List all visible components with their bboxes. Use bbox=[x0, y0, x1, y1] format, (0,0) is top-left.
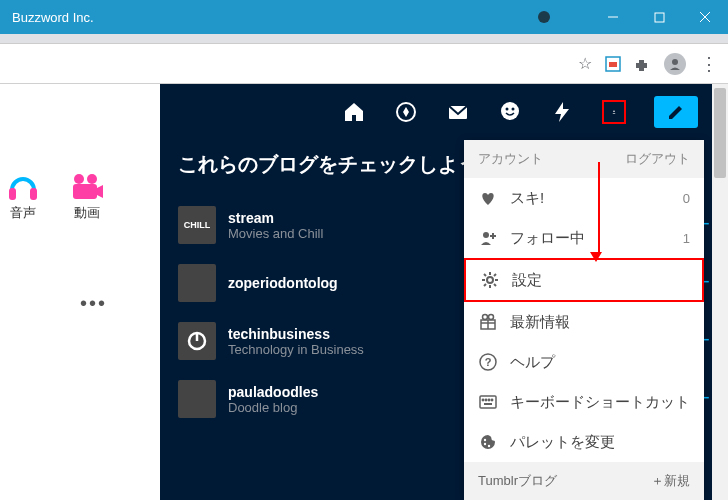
main-column: これらのブログをチェックしよう CHILL stream Movies and … bbox=[160, 84, 728, 500]
svg-point-16 bbox=[501, 102, 519, 120]
window-controls bbox=[538, 0, 728, 34]
blog-thumbnail[interactable] bbox=[178, 322, 216, 360]
browser-tabstrip bbox=[0, 34, 728, 44]
account-dropdown: アカウント ログアウト スキ! 0 フォロー中 1 設定 最新情報 bbox=[464, 140, 704, 500]
following-count: 1 bbox=[683, 231, 690, 246]
dropdown-item-label: 設定 bbox=[512, 271, 542, 290]
messaging-smile-icon[interactable] bbox=[498, 100, 522, 124]
dropdown-item-label: パレットを変更 bbox=[510, 433, 615, 452]
post-type-video-label: 動画 bbox=[74, 204, 100, 222]
blog-thumbnail[interactable]: CHILL bbox=[178, 206, 216, 244]
dropdown-footer: Tumblrブログ ＋新規 bbox=[464, 462, 704, 500]
dropdown-item-whatsnew[interactable]: 最新情報 bbox=[464, 302, 704, 342]
close-button[interactable] bbox=[682, 0, 728, 34]
svg-point-49 bbox=[484, 443, 486, 445]
video-camera-icon bbox=[70, 170, 104, 204]
dropdown-item-label: ヘルプ bbox=[510, 353, 555, 372]
page-content: 音声 動画 ••• これらのブログをチェックしよう CHILL stream M… bbox=[0, 84, 728, 500]
extensions-puzzle-icon[interactable] bbox=[634, 55, 652, 73]
svg-rect-7 bbox=[9, 188, 16, 200]
svg-point-44 bbox=[485, 399, 486, 400]
palette-icon bbox=[478, 432, 498, 452]
dropdown-item-label: フォロー中 bbox=[510, 229, 585, 248]
browser-toolbar: ☆ ⋮ bbox=[0, 44, 728, 84]
svg-marker-12 bbox=[97, 185, 103, 198]
dropdown-item-label: 最新情報 bbox=[510, 313, 570, 332]
compose-button[interactable] bbox=[654, 96, 698, 128]
svg-line-34 bbox=[494, 274, 496, 276]
minimize-button[interactable] bbox=[590, 0, 636, 34]
svg-marker-14 bbox=[403, 107, 409, 117]
bookmark-star-icon[interactable]: ☆ bbox=[578, 54, 592, 73]
svg-rect-42 bbox=[480, 396, 496, 408]
svg-rect-1 bbox=[655, 13, 664, 22]
dropdown-item-shortcuts[interactable]: キーボードショートカット bbox=[464, 382, 704, 422]
dropdown-header: アカウント ログアウト bbox=[464, 140, 704, 178]
dropdown-item-settings[interactable]: 設定 bbox=[464, 258, 704, 302]
svg-point-6 bbox=[672, 59, 678, 65]
dropdown-item-label: キーボードショートカット bbox=[510, 393, 690, 412]
svg-line-32 bbox=[494, 284, 496, 286]
svg-point-43 bbox=[482, 399, 483, 400]
svg-rect-5 bbox=[609, 62, 617, 67]
svg-line-33 bbox=[484, 284, 486, 286]
gear-icon bbox=[480, 270, 500, 290]
dropdown-account-label: アカウント bbox=[478, 150, 543, 168]
svg-line-31 bbox=[484, 274, 486, 276]
svg-rect-8 bbox=[30, 188, 37, 200]
headphones-icon bbox=[6, 170, 40, 204]
svg-point-48 bbox=[484, 439, 486, 441]
svg-point-23 bbox=[483, 232, 489, 238]
svg-marker-19 bbox=[555, 102, 569, 122]
browser-menu-icon[interactable]: ⋮ bbox=[698, 53, 720, 75]
window-titlebar: Buzzword Inc. bbox=[0, 0, 728, 34]
post-type-video[interactable]: 動画 bbox=[70, 170, 104, 222]
svg-point-38 bbox=[483, 315, 488, 320]
scrollbar-thumb[interactable] bbox=[714, 88, 726, 178]
left-sidebar: 音声 動画 ••• bbox=[0, 84, 160, 500]
window-title: Buzzword Inc. bbox=[0, 10, 94, 25]
svg-point-46 bbox=[491, 399, 492, 400]
profile-indicator-icon bbox=[538, 11, 550, 23]
explore-compass-icon[interactable] bbox=[394, 100, 418, 124]
dropdown-item-help[interactable]: ? ヘルプ bbox=[464, 342, 704, 382]
blog-thumbnail[interactable] bbox=[178, 264, 216, 302]
post-type-row: 音声 動画 bbox=[0, 170, 160, 222]
home-icon[interactable] bbox=[342, 100, 366, 124]
browser-profile-icon[interactable] bbox=[664, 53, 686, 75]
blog-thumbnail[interactable] bbox=[178, 380, 216, 418]
new-blog-link[interactable]: ＋新規 bbox=[651, 472, 690, 490]
maximize-button[interactable] bbox=[636, 0, 682, 34]
gift-icon bbox=[478, 312, 498, 332]
svg-point-20 bbox=[613, 110, 615, 112]
person-plus-icon bbox=[478, 228, 498, 248]
svg-point-17 bbox=[506, 108, 509, 111]
svg-point-18 bbox=[512, 108, 515, 111]
inbox-envelope-icon[interactable] bbox=[446, 100, 470, 124]
logout-link[interactable]: ログアウト bbox=[625, 150, 690, 168]
post-type-audio[interactable]: 音声 bbox=[6, 170, 40, 222]
account-person-icon[interactable] bbox=[602, 100, 626, 124]
dropdown-item-likes[interactable]: スキ! 0 bbox=[464, 178, 704, 218]
dropdown-item-palette[interactable]: パレットを変更 bbox=[464, 422, 704, 462]
dropdown-footer-label: Tumblrブログ bbox=[478, 472, 557, 490]
top-nav bbox=[178, 84, 710, 140]
dropdown-item-label: スキ! bbox=[510, 189, 544, 208]
svg-rect-11 bbox=[73, 184, 97, 199]
activity-lightning-icon[interactable] bbox=[550, 100, 574, 124]
annotation-arrow bbox=[595, 162, 602, 262]
svg-point-10 bbox=[87, 174, 97, 184]
dropdown-item-following[interactable]: フォロー中 1 bbox=[464, 218, 704, 258]
post-type-audio-label: 音声 bbox=[10, 204, 36, 222]
svg-point-39 bbox=[489, 315, 494, 320]
svg-point-26 bbox=[487, 277, 493, 283]
svg-point-45 bbox=[488, 399, 489, 400]
likes-count: 0 bbox=[683, 191, 690, 206]
svg-point-50 bbox=[488, 445, 490, 447]
heart-icon bbox=[478, 188, 498, 208]
scrollbar-track[interactable] bbox=[712, 84, 728, 500]
question-icon: ? bbox=[478, 352, 498, 372]
more-options-icon[interactable]: ••• bbox=[80, 292, 160, 315]
extension-icon[interactable] bbox=[604, 55, 622, 73]
svg-text:?: ? bbox=[485, 356, 492, 368]
